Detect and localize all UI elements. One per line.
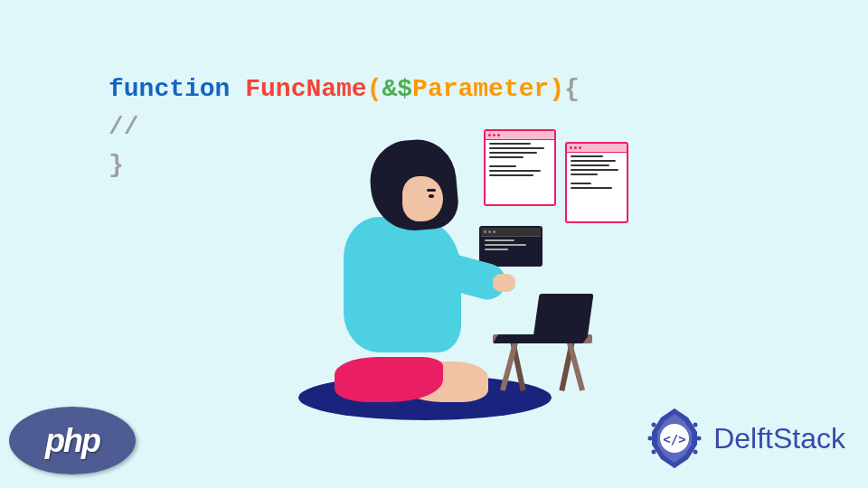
paren-close: ): [549, 75, 564, 103]
svg-text:</>: </>: [664, 432, 686, 446]
keyword-function: function: [108, 75, 230, 103]
delftstack-logo: </> DelftStack: [643, 407, 845, 470]
svg-point-5: [693, 423, 698, 427]
person-illustration: [316, 149, 497, 402]
window-header: [567, 144, 627, 153]
developer-illustration: [253, 104, 633, 447]
function-name: FuncName: [245, 75, 366, 103]
svg-point-10: [648, 436, 653, 441]
delftstack-text: DelftStack: [713, 422, 845, 455]
delftstack-icon: </>: [643, 407, 706, 470]
svg-point-4: [673, 409, 677, 414]
dollar-sign: $: [397, 75, 412, 103]
svg-point-9: [652, 450, 656, 455]
svg-point-11: [652, 423, 656, 427]
ampersand: &: [382, 75, 397, 103]
brace-open: {: [564, 75, 580, 103]
svg-point-7: [693, 450, 698, 455]
paren-open: (: [367, 75, 382, 103]
php-logo-text: php: [45, 422, 99, 460]
window-header: [486, 131, 554, 140]
parameter-name: Parameter: [412, 75, 549, 103]
svg-point-8: [673, 464, 677, 468]
laptop-stand: [493, 334, 592, 398]
code-line-1: function FuncName(&$Parameter){: [108, 70, 580, 108]
code-window-2: [565, 142, 628, 223]
svg-point-6: [697, 436, 702, 441]
php-logo: php: [9, 407, 136, 474]
